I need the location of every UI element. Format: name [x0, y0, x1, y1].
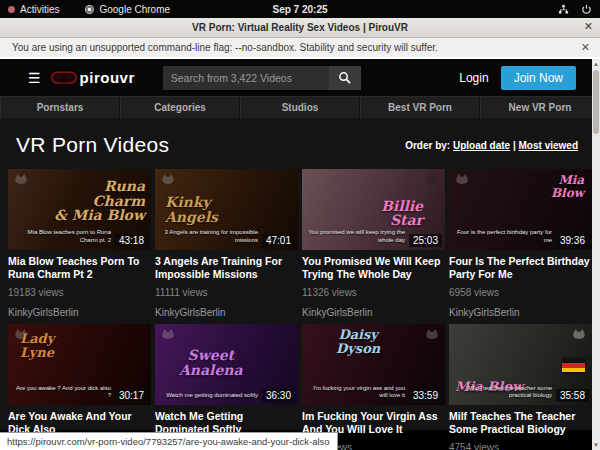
cat-watermark-icon	[424, 172, 440, 188]
video-card: Mia Blow Four is the perfect birthday pa…	[449, 169, 592, 318]
order-by-controls: Order by: Upload date | Most viewed	[405, 140, 584, 151]
chrome-infobar: You are using an unsupported command-lin…	[0, 38, 600, 59]
nav-item-categories[interactable]: Categories	[120, 97, 240, 118]
thumbnail-caption: Mia Blow teaches porn to Runa Charm pt. …	[14, 229, 111, 245]
video-title[interactable]: You Promised We Will Keep Trying The Who…	[302, 255, 445, 280]
order-upload-date-link[interactable]: Upload date	[453, 140, 510, 151]
video-thumbnail[interactable]: Runa Charm & Mia Blow Mia Blow teaches p…	[8, 169, 151, 250]
video-thumbnail[interactable]: Billie Star You promised we will keep tr…	[302, 169, 445, 250]
duration-badge: 36:30	[262, 389, 295, 402]
clock[interactable]: Sep 7 20:25	[272, 4, 327, 15]
duration-badge: 25:03	[409, 234, 442, 247]
video-title[interactable]: Milf Teaches The Teacher Some Practical …	[449, 410, 592, 435]
video-thumbnail[interactable]: Daisy Dyson I'm fucking your virgin ass …	[302, 324, 445, 405]
video-thumbnail[interactable]: Mia Blow Four is the perfect birthday pa…	[449, 169, 592, 250]
thumbnail-caption: I'm fucking your virgin ass and you will…	[308, 385, 405, 401]
thumbnail-caption: MILF teaches the teacher some practical …	[455, 385, 552, 401]
video-title[interactable]: 3 Angels Are Training For Impossible Mis…	[155, 255, 298, 280]
app-indicator-label: Google Chrome	[99, 4, 170, 15]
infobar-close-button[interactable]: ✕	[581, 41, 590, 54]
thumbnail-caption: Four is the perfect birthday party for m…	[455, 229, 552, 245]
video-title[interactable]: Mia Blow Teaches Porn To Runa Charm Pt 2	[8, 255, 151, 280]
system-top-bar: Activities Google Chrome Sep 7 20:25	[0, 0, 600, 18]
video-grid: Runa Charm & Mia Blow Mia Blow teaches p…	[0, 169, 600, 450]
thumbnail-caption: You promised we will keep trying the who…	[308, 229, 405, 245]
app-indicator[interactable]: Google Chrome	[85, 4, 170, 15]
video-card: Mia Blow MILF teaches the teacher some p…	[449, 324, 592, 450]
activities-button[interactable]: Activities	[8, 4, 59, 15]
activities-indicator-icon	[8, 6, 15, 13]
nav-item-studios[interactable]: Studios	[240, 97, 360, 118]
join-now-button[interactable]: Join Now	[501, 66, 576, 90]
window-title: VR Porn: Virtual Reality Sex Videos | Pi…	[192, 22, 408, 33]
site-logo[interactable]: pirouvr	[51, 69, 135, 86]
nav-item-pornstars[interactable]: Pornstars	[0, 97, 120, 118]
scrollbar-thumb[interactable]	[593, 70, 599, 134]
window-titlebar[interactable]: VR Porn: Virtual Reality Sex Videos | Pi…	[0, 18, 600, 38]
video-channel-link[interactable]: KinkyGirlsBerlin	[449, 307, 592, 318]
search-button[interactable]	[329, 66, 361, 90]
scroll-up-arrow-icon[interactable]: ▲	[593, 59, 599, 69]
status-url-tooltip: https://pirouvr.com/vr-porn-video/779325…	[0, 432, 338, 450]
order-by-label: Order by:	[405, 140, 450, 151]
video-channel-link[interactable]: KinkyGirlsBerlin	[155, 307, 298, 318]
activities-label: Activities	[20, 4, 59, 15]
cat-watermark-icon	[160, 172, 176, 188]
video-views: 6958 views	[449, 287, 592, 298]
thumbnail-overlay-name: Lady Lyne	[20, 332, 54, 359]
nav-item-new-vr-porn[interactable]: New VR Porn	[480, 97, 600, 118]
video-card: Runa Charm & Mia Blow Mia Blow teaches p…	[8, 169, 151, 318]
search-icon	[338, 71, 351, 84]
page-content: ☰ pirouvr Login Join Now Pornstars Categ…	[0, 59, 600, 430]
thumbnail-overlay-name: Sweet Analena	[179, 348, 243, 377]
video-channel-link[interactable]: KinkyGirlsBerlin	[8, 307, 151, 318]
logo-text: pirouvr	[80, 69, 135, 86]
thumbnail-overlay-name: Mia Blow	[551, 174, 584, 199]
video-views: 11111 views	[155, 287, 298, 298]
thumbnail-overlay-name: Kinky Angels	[165, 195, 218, 224]
thumbnail-overlay-name: Billie Star	[381, 199, 423, 228]
video-channel-link[interactable]: KinkyGirlsBerlin	[302, 307, 445, 318]
video-views: 4754 views	[449, 442, 592, 450]
nav-item-best-vr-porn[interactable]: Best VR Porn	[360, 97, 480, 118]
page-title: VR Porn Videos	[16, 133, 169, 157]
thumbnail-overlay-name: Daisy Dyson	[336, 328, 380, 355]
login-link[interactable]: Login	[459, 71, 488, 85]
cat-watermark-icon	[424, 327, 440, 343]
thumbnail-overlay-name: Runa Charm & Mia Blow	[54, 179, 145, 223]
scroll-down-arrow-icon[interactable]: ▼	[593, 440, 599, 450]
duration-badge: 47:01	[262, 234, 295, 247]
search-input[interactable]	[163, 66, 329, 90]
search-bar	[163, 66, 361, 90]
cat-watermark-icon	[13, 172, 29, 188]
order-most-viewed-link[interactable]: Most viewed	[519, 140, 578, 151]
cat-watermark-icon	[160, 327, 176, 343]
scrollbar[interactable]: ▲ ▼	[592, 59, 600, 450]
video-card: Billie Star You promised we will keep tr…	[302, 169, 445, 318]
menu-icon[interactable]: ☰	[28, 71, 41, 85]
thumbnail-caption: 3 Angels are training for impossible mis…	[161, 229, 258, 245]
duration-badge: 43:18	[115, 234, 148, 247]
cat-watermark-icon	[454, 172, 470, 188]
thumbnail-caption: Are you awake ? And your dick also ?	[14, 385, 111, 401]
cat-watermark-icon	[571, 327, 587, 343]
video-card: Kinky Angels 3 Angels are training for i…	[155, 169, 298, 318]
order-separator: |	[513, 140, 516, 151]
video-title[interactable]: Four Is The Perfect Birthday Party For M…	[449, 255, 592, 280]
video-views: 19183 views	[8, 287, 151, 298]
video-thumbnail[interactable]: Kinky Angels 3 Angels are training for i…	[155, 169, 298, 250]
power-icon[interactable]	[581, 4, 592, 15]
thumbnail-caption: Watch me getting dominated softly	[161, 392, 258, 400]
window-close-button[interactable]: ✕	[584, 20, 593, 33]
vr-goggles-icon	[51, 71, 77, 85]
main-nav: Pornstars Categories Studios Best VR Por…	[0, 96, 600, 118]
infobar-message: You are using an unsupported command-lin…	[12, 42, 438, 53]
network-icon[interactable]	[558, 4, 569, 15]
video-thumbnail[interactable]: Mia Blow MILF teaches the teacher some p…	[449, 324, 592, 405]
duration-badge: 39:36	[556, 234, 589, 247]
video-thumbnail[interactable]: Lady Lyne Are you awake ? And your dick …	[8, 324, 151, 405]
duration-badge: 33:59	[409, 389, 442, 402]
site-header: ☰ pirouvr Login Join Now	[0, 59, 600, 96]
german-flag-icon	[562, 358, 585, 372]
video-thumbnail[interactable]: Sweet Analena Watch me getting dominated…	[155, 324, 298, 405]
